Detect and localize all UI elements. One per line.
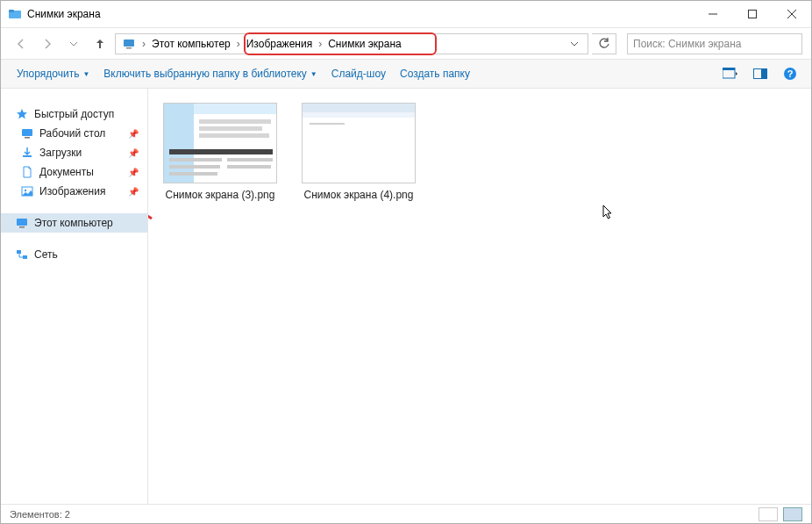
slideshow-button[interactable]: Слайд-шоу xyxy=(324,60,393,88)
svg-rect-3 xyxy=(748,11,756,18)
status-bar: Элементов: 2 xyxy=(1,504,811,523)
close-button[interactable] xyxy=(772,1,811,27)
back-button[interactable] xyxy=(10,32,32,55)
annotation-highlight xyxy=(244,32,437,55)
chevron-down-icon: ▼ xyxy=(310,70,317,78)
forward-button[interactable] xyxy=(36,32,59,55)
address-bar[interactable]: › Этот компьютер › Изображения › Снимки … xyxy=(115,33,588,54)
svg-rect-7 xyxy=(126,47,132,49)
sidebar-label: Документы xyxy=(39,166,94,178)
sidebar-label: Изображения xyxy=(39,185,105,197)
svg-rect-6 xyxy=(124,39,134,47)
svg-rect-21 xyxy=(17,250,21,254)
chevron-down-icon: ▼ xyxy=(82,70,89,78)
sidebar-quick-access[interactable]: Быстрый доступ xyxy=(1,104,147,124)
pin-icon: 📌 xyxy=(128,129,139,139)
new-folder-button[interactable]: Создать папку xyxy=(393,60,477,88)
details-view-button[interactable] xyxy=(759,507,778,521)
svg-rect-16 xyxy=(23,155,32,157)
explorer-window: Снимки экрана › Этот компьютер › Изображ… xyxy=(0,0,812,524)
up-button[interactable] xyxy=(89,32,111,55)
breadcrumb-seg-0[interactable]: Этот компьютер xyxy=(149,34,233,54)
file-thumbnail xyxy=(163,103,277,183)
pin-icon: 📌 xyxy=(128,148,139,158)
command-bar: Упорядочить▼ Включить выбранную папку в … xyxy=(1,59,811,89)
svg-rect-19 xyxy=(17,219,27,226)
include-in-library-button[interactable]: Включить выбранную папку в библиотеку▼ xyxy=(96,60,324,88)
svg-point-18 xyxy=(25,190,26,191)
content-area[interactable]: Снимок экрана (3).png Снимок экрана (4).… xyxy=(148,89,811,504)
file-list: Снимок экрана (3).png Снимок экрана (4).… xyxy=(159,103,801,201)
svg-rect-9 xyxy=(723,68,735,70)
window-title: Снимки экрана xyxy=(27,8,693,20)
pc-icon xyxy=(15,216,29,230)
maximize-button[interactable] xyxy=(732,1,772,27)
minimize-button[interactable] xyxy=(693,1,732,27)
preview-pane-icon[interactable] xyxy=(751,65,769,83)
thumbnails-view-button[interactable] xyxy=(783,507,802,521)
svg-line-23 xyxy=(148,187,152,219)
desktop-icon xyxy=(20,126,34,140)
sidebar-label: Этот компьютер xyxy=(34,217,113,229)
refresh-button[interactable] xyxy=(592,33,616,54)
sidebar-label: Быстрый доступ xyxy=(34,108,114,120)
organize-button[interactable]: Упорядочить▼ xyxy=(10,60,96,88)
body: Быстрый доступ Рабочий стол 📌 Загрузки 📌… xyxy=(1,89,811,504)
pin-icon: 📌 xyxy=(128,168,139,177)
file-label: Снимок экрана (3).png xyxy=(166,189,275,201)
search-input[interactable] xyxy=(628,38,801,50)
help-icon[interactable]: ? xyxy=(781,65,799,83)
sidebar-item-desktop[interactable]: Рабочий стол 📌 xyxy=(1,124,147,143)
sidebar-label: Рабочий стол xyxy=(39,127,105,140)
address-history-button[interactable] xyxy=(565,39,584,48)
pc-icon xyxy=(119,34,139,54)
recent-locations-button[interactable] xyxy=(62,32,85,55)
window-controls xyxy=(693,1,811,27)
chevron-right-icon[interactable]: › xyxy=(233,38,244,50)
navigation-pane: Быстрый доступ Рабочий стол 📌 Загрузки 📌… xyxy=(1,89,148,504)
svg-rect-11 xyxy=(761,69,767,79)
sidebar-item-documents[interactable]: Документы 📌 xyxy=(1,162,147,182)
svg-rect-22 xyxy=(23,255,27,259)
svg-rect-15 xyxy=(25,137,30,139)
sidebar-label: Загрузки xyxy=(39,147,82,159)
sidebar-this-pc[interactable]: Этот компьютер xyxy=(1,213,147,233)
status-count: Элементов: 2 xyxy=(10,509,70,520)
sidebar-label: Сеть xyxy=(34,248,58,261)
document-icon xyxy=(20,165,34,179)
picture-icon xyxy=(20,184,34,198)
svg-text:?: ? xyxy=(787,68,794,79)
svg-rect-1 xyxy=(9,10,14,12)
sidebar-item-pictures[interactable]: Изображения 📌 xyxy=(1,182,147,201)
file-item[interactable]: Снимок экрана (4).png xyxy=(297,103,420,201)
download-icon xyxy=(20,146,34,160)
sidebar-network[interactable]: Сеть xyxy=(1,245,147,264)
chevron-right-icon[interactable]: › xyxy=(139,38,149,50)
title-bar: Снимки экрана xyxy=(1,1,811,27)
view-options-icon[interactable] xyxy=(722,65,739,83)
file-item[interactable]: Снимок экрана (3).png xyxy=(159,103,281,201)
network-icon xyxy=(15,248,29,262)
file-thumbnail xyxy=(302,103,416,183)
svg-rect-14 xyxy=(22,129,32,136)
svg-rect-20 xyxy=(19,226,25,228)
sidebar-item-downloads[interactable]: Загрузки 📌 xyxy=(1,143,147,162)
nav-bar: › Этот компьютер › Изображения › Снимки … xyxy=(1,27,811,59)
folder-icon xyxy=(8,7,22,21)
cursor-icon xyxy=(602,205,615,220)
file-label: Снимок экрана (4).png xyxy=(304,189,414,201)
pin-icon: 📌 xyxy=(128,187,139,197)
annotation-arrow xyxy=(148,183,159,220)
star-icon xyxy=(15,107,29,121)
search-box[interactable] xyxy=(627,33,802,54)
